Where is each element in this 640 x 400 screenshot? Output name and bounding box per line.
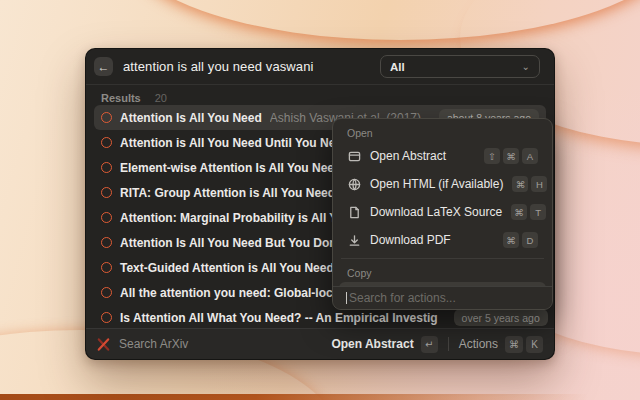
paper-icon bbox=[101, 262, 112, 273]
result-title: Attention Is All You Need bbox=[120, 111, 262, 125]
status-bar-actions: Open Abstract ↵ Actions ⌘ K bbox=[331, 336, 543, 353]
paper-icon bbox=[101, 137, 112, 148]
a-key-icon: A bbox=[522, 148, 538, 164]
globe-icon bbox=[347, 177, 361, 191]
status-bar: Search ArXiv Open Abstract ↵ Actions ⌘ K bbox=[86, 328, 554, 359]
paper-icon bbox=[101, 187, 112, 198]
search-header: ← attention is all you need vaswani All … bbox=[86, 49, 554, 85]
menu-section-title: Copy bbox=[339, 259, 546, 282]
results-count: 20 bbox=[155, 92, 167, 104]
menu-item-label: Download PDF bbox=[370, 233, 451, 247]
menu-item-shortcut: ⌘ H bbox=[512, 176, 547, 192]
shift-key-icon: ⇧ bbox=[484, 148, 500, 164]
menu-item-download-pdf[interactable]: Download PDF ⌘ D bbox=[339, 226, 546, 254]
arxiv-x-icon bbox=[97, 338, 110, 351]
browser-window-icon bbox=[347, 149, 361, 163]
results-label: Results bbox=[101, 92, 141, 104]
download-icon bbox=[347, 233, 361, 247]
menu-item-open-html[interactable]: Open HTML (if Available) ⌘ H bbox=[339, 170, 546, 198]
enter-key-icon: ↵ bbox=[421, 336, 438, 353]
actions-search-placeholder: Search for actions... bbox=[349, 291, 456, 305]
paper-icon bbox=[101, 312, 112, 323]
wallpaper-bottom-band bbox=[0, 394, 640, 400]
paper-icon bbox=[101, 237, 112, 248]
cmd-key-icon: ⌘ bbox=[512, 176, 528, 192]
results-section-header: Results 20 bbox=[86, 85, 554, 105]
paper-icon bbox=[101, 287, 112, 298]
actions-shortcut: ⌘ K bbox=[505, 336, 543, 353]
cmd-key-icon: ⌘ bbox=[503, 232, 519, 248]
menu-item-shortcut: ⌘ T bbox=[511, 204, 546, 220]
wallpaper-wave bbox=[120, 0, 640, 40]
divider bbox=[448, 337, 449, 351]
menu-item-label: Download LaTeX Source bbox=[370, 205, 502, 219]
actions-menu-panel: Open Open Abstract ⇧ ⌘ A Open HTML (if A… bbox=[332, 118, 553, 310]
actions-search-input[interactable]: Search for actions... bbox=[333, 286, 552, 309]
primary-action-button[interactable]: Open Abstract bbox=[331, 337, 413, 351]
search-input[interactable]: attention is all you need vaswani bbox=[123, 59, 380, 74]
menu-item-shortcut: ⇧ ⌘ A bbox=[484, 148, 538, 164]
menu-item-shortcut: ⌘ D bbox=[503, 232, 538, 248]
actions-button[interactable]: Actions bbox=[459, 337, 498, 351]
text-caret bbox=[346, 292, 347, 304]
paper-icon bbox=[101, 162, 112, 173]
menu-item-download-latex[interactable]: Download LaTeX Source ⌘ T bbox=[339, 198, 546, 226]
document-icon bbox=[347, 205, 361, 219]
menu-item-open-abstract[interactable]: Open Abstract ⇧ ⌘ A bbox=[339, 142, 546, 170]
filter-dropdown[interactable]: All ⌄ bbox=[380, 55, 540, 78]
menu-item-label: Open Abstract bbox=[370, 149, 446, 163]
menu-section-title: Open bbox=[339, 119, 546, 142]
t-key-icon: T bbox=[530, 204, 546, 220]
k-key-icon: K bbox=[526, 336, 543, 353]
d-key-icon: D bbox=[522, 232, 538, 248]
cmd-key-icon: ⌘ bbox=[511, 204, 527, 220]
filter-dropdown-value: All bbox=[390, 61, 405, 73]
back-arrow-icon: ← bbox=[98, 60, 110, 74]
result-title: Element-wise Attention Is All You Need bbox=[120, 161, 341, 175]
chevron-down-icon: ⌄ bbox=[522, 62, 530, 72]
paper-icon bbox=[101, 212, 112, 223]
result-age-badge: over 5 years ago bbox=[454, 309, 548, 326]
app-name-label: Search ArXiv bbox=[119, 337, 188, 351]
cmd-key-icon: ⌘ bbox=[505, 336, 523, 353]
result-title: Is Attention All What You Need? -- An Em… bbox=[120, 311, 438, 325]
h-key-icon: H bbox=[531, 176, 547, 192]
paper-icon bbox=[101, 112, 112, 123]
cmd-key-icon: ⌘ bbox=[503, 148, 519, 164]
menu-item-label: Open HTML (if Available) bbox=[370, 177, 503, 191]
back-button[interactable]: ← bbox=[94, 57, 113, 76]
